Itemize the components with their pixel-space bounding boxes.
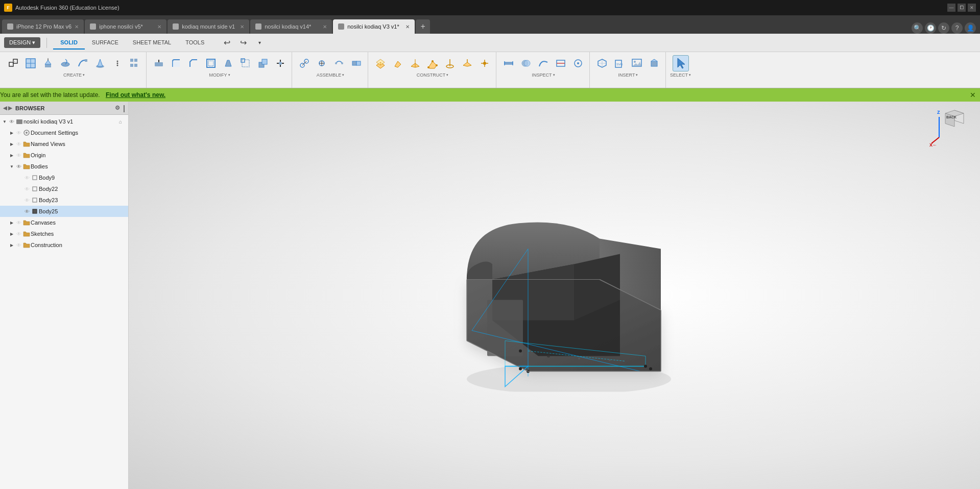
axis-perpendicular-button[interactable] bbox=[459, 55, 475, 71]
tab-close-button[interactable]: ✕ bbox=[240, 24, 244, 30]
insert-canvas-button[interactable] bbox=[629, 55, 645, 71]
home-icon[interactable]: ⌂ bbox=[119, 119, 126, 125]
restore-button[interactable]: ⧠ bbox=[958, 4, 966, 12]
browser-settings-icon[interactable]: ⚙ bbox=[115, 105, 120, 111]
tree-item-origin[interactable]: ▶ 👁 Origin bbox=[0, 150, 128, 161]
interference-button[interactable] bbox=[518, 55, 534, 71]
undo-button[interactable]: ↩ bbox=[220, 37, 234, 49]
more-create-button[interactable] bbox=[109, 55, 126, 71]
combine-button[interactable] bbox=[255, 55, 271, 71]
joint-origin-button[interactable] bbox=[314, 55, 330, 71]
sweep-button[interactable] bbox=[75, 55, 91, 71]
visibility-icon[interactable]: 👁 bbox=[15, 242, 22, 248]
tree-item-body9[interactable]: 👁 Body9 bbox=[0, 172, 128, 183]
update-link[interactable]: Find out what's new. bbox=[106, 91, 165, 99]
visibility-icon[interactable]: 👁 bbox=[15, 130, 22, 136]
tab-nosilci-kodiaq-v14[interactable]: nosilci kodiaq v14* ✕ bbox=[250, 19, 332, 34]
contact-set-button[interactable] bbox=[348, 55, 365, 71]
tab-tools[interactable]: TOOLS bbox=[178, 36, 211, 50]
expand-icon[interactable]: ▶ bbox=[8, 142, 15, 146]
new-component-button[interactable] bbox=[5, 55, 21, 71]
browser-resize-handle[interactable]: | bbox=[123, 104, 125, 112]
offset-plane-button[interactable] bbox=[372, 55, 389, 71]
shell-button[interactable] bbox=[203, 55, 219, 71]
loft-button[interactable] bbox=[92, 55, 108, 71]
viewport[interactable]: Z X← BACK bbox=[129, 102, 980, 489]
tab-iphone-nosilci[interactable]: iphone nosilci v5* ✕ bbox=[85, 19, 166, 34]
tree-item-root[interactable]: ▼ 👁 nosilci kodiaq V3 v1 ⌂ bbox=[0, 116, 128, 127]
expand-icon[interactable]: ▼ bbox=[8, 164, 15, 169]
tree-item-doc-settings[interactable]: ▶ 👁 Document Settings bbox=[0, 127, 128, 138]
sketch-button[interactable] bbox=[22, 55, 39, 71]
decal-button[interactable] bbox=[646, 55, 662, 71]
tree-item-named-views[interactable]: ▶ 👁 Named Views bbox=[0, 138, 128, 150]
plane-through-button[interactable] bbox=[424, 55, 441, 71]
tree-item-bodies[interactable]: ▼ 👁 Bodies bbox=[0, 161, 128, 172]
insert-svg-button[interactable]: SVG bbox=[611, 55, 628, 71]
tree-item-sketches[interactable]: ▶ 👁 Sketches bbox=[0, 228, 128, 239]
joint-button[interactable] bbox=[296, 55, 313, 71]
tree-item-body22[interactable]: 👁 Body22 bbox=[0, 183, 128, 194]
browser-back-button[interactable]: ◀ bbox=[3, 105, 7, 111]
fillet-button[interactable] bbox=[168, 55, 184, 71]
visibility-icon[interactable]: 👁 bbox=[23, 209, 31, 214]
tab-clock-button[interactable]: 🕐 bbox=[925, 22, 936, 34]
midplane-button[interactable] bbox=[407, 55, 423, 71]
visibility-icon[interactable]: 👁 bbox=[23, 198, 31, 203]
visibility-icon[interactable]: 👁 bbox=[15, 141, 22, 147]
point-button[interactable] bbox=[476, 55, 493, 71]
revolve-button[interactable] bbox=[57, 55, 74, 71]
curvature-button[interactable] bbox=[535, 55, 552, 71]
tab-help-button[interactable]: ? bbox=[951, 22, 963, 34]
extrude-button[interactable] bbox=[40, 55, 56, 71]
expand-icon[interactable]: ▶ bbox=[8, 221, 15, 225]
tab-surface[interactable]: SURFACE bbox=[85, 36, 126, 50]
expand-icon[interactable]: ▶ bbox=[8, 153, 15, 158]
draft-button[interactable] bbox=[220, 55, 236, 71]
tab-close-button[interactable]: ✕ bbox=[157, 24, 161, 30]
visibility-icon[interactable]: 👁 bbox=[15, 164, 22, 169]
chamfer-button[interactable] bbox=[185, 55, 202, 71]
tab-user-button[interactable]: 👤 bbox=[965, 22, 976, 34]
visibility-icon[interactable]: 👁 bbox=[15, 231, 22, 237]
tab-close-button[interactable]: ✕ bbox=[323, 24, 327, 30]
visibility-icon[interactable]: 👁 bbox=[15, 153, 22, 158]
motion-link-button[interactable] bbox=[331, 55, 347, 71]
expand-icon[interactable]: ▼ bbox=[1, 119, 8, 124]
minimize-button[interactable]: — bbox=[947, 4, 955, 12]
press-pull-button[interactable] bbox=[151, 55, 167, 71]
tab-nosilci-kodiaq-v3[interactable]: nosilci kodiaq V3 v1* ✕ bbox=[333, 19, 415, 34]
tree-item-construction[interactable]: ▶ 👁 Construction bbox=[0, 239, 128, 251]
undo-dropdown-button[interactable]: ▾ bbox=[252, 37, 267, 49]
close-button[interactable]: ✕ bbox=[968, 4, 976, 12]
tab-kodiaq-mount[interactable]: kodiaq mount side v1 ✕ bbox=[168, 19, 249, 34]
design-dropdown-button[interactable]: DESIGN ▾ bbox=[4, 37, 40, 48]
measure-button[interactable] bbox=[500, 55, 517, 71]
tab-search-button[interactable]: 🔍 bbox=[912, 22, 923, 34]
update-banner-close-button[interactable]: ✕ bbox=[970, 91, 976, 99]
plane-at-angle-button[interactable] bbox=[390, 55, 406, 71]
redo-button[interactable]: ↪ bbox=[236, 37, 250, 49]
window-controls[interactable]: — ⧠ ✕ bbox=[947, 4, 976, 12]
tree-item-body23[interactable]: 👁 Body23 bbox=[0, 194, 128, 206]
visibility-icon[interactable]: 👁 bbox=[8, 119, 15, 125]
tree-item-canvases[interactable]: ▶ 👁 Canvases bbox=[0, 217, 128, 228]
tab-close-button[interactable]: ✕ bbox=[75, 24, 79, 30]
expand-icon[interactable]: ▶ bbox=[8, 131, 15, 135]
visibility-icon[interactable]: 👁 bbox=[23, 186, 31, 192]
move-button[interactable] bbox=[272, 55, 289, 71]
view-cube[interactable]: Z X← BACK bbox=[929, 107, 970, 148]
browser-forward-button[interactable]: ▶ bbox=[8, 105, 12, 111]
center-mass-button[interactable] bbox=[570, 55, 586, 71]
expand-icon[interactable]: ▶ bbox=[8, 232, 15, 236]
scale-button[interactable] bbox=[237, 55, 254, 71]
select-button[interactable] bbox=[673, 55, 689, 71]
tree-item-body25[interactable]: 👁 Body25 bbox=[0, 206, 128, 217]
axis-cylinder-button[interactable] bbox=[442, 55, 458, 71]
tab-solid[interactable]: SOLID bbox=[53, 36, 85, 50]
tab-sync-button[interactable]: ↻ bbox=[938, 22, 949, 34]
tab-iphone-12[interactable]: iPhone 12 Pro Max v6 ✕ bbox=[2, 19, 84, 34]
expand-icon[interactable]: ▶ bbox=[8, 243, 15, 248]
new-tab-button[interactable]: + bbox=[416, 19, 430, 34]
pattern-button[interactable] bbox=[127, 55, 143, 71]
